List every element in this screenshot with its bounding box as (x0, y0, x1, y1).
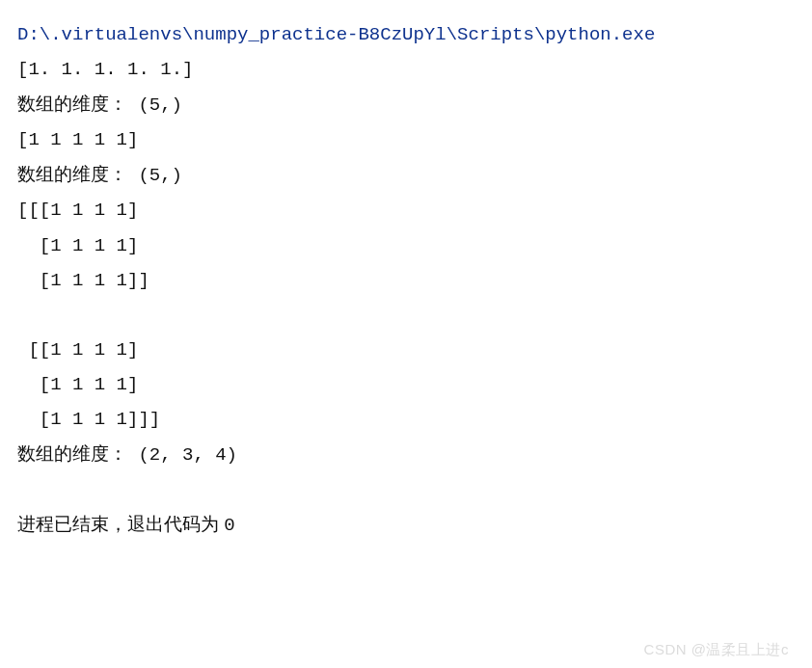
array-output-3-l3: [1 1 1 1]] (17, 263, 795, 298)
dimension-line-2: 数组的维度： (5,) (17, 157, 795, 193)
exit-message: 进程已结束，退出代码为 (17, 514, 224, 534)
blank-line (17, 298, 795, 333)
array-output-1: [1. 1. 1. 1. 1.] (17, 52, 795, 87)
dimension-value: (2, 3, 4) (127, 444, 237, 466)
exit-line: 进程已结束，退出代码为 0 (17, 507, 795, 543)
array-output-2: [1 1 1 1 1] (17, 122, 795, 157)
interpreter-path: D:\.virtualenvs\numpy_practice-B8CzUpYl\… (17, 17, 795, 52)
blank-line (17, 472, 795, 507)
dimension-value: (5,) (127, 94, 182, 116)
array-output-3-l5: [1 1 1 1] (17, 367, 795, 402)
dimension-label: 数组的维度： (17, 443, 127, 464)
exit-code: 0 (224, 515, 234, 536)
dimension-label: 数组的维度： (17, 94, 127, 114)
dimension-line-3: 数组的维度： (2, 3, 4) (17, 437, 795, 472)
dimension-label: 数组的维度： (17, 164, 127, 184)
array-output-3-l4: [[1 1 1 1] (17, 333, 795, 367)
array-output-3-l6: [1 1 1 1]]] (17, 402, 795, 437)
dimension-line-1: 数组的维度： (5,) (17, 87, 795, 122)
array-output-3-l1: [[[1 1 1 1] (17, 193, 795, 227)
array-output-3-l2: [1 1 1 1] (17, 228, 795, 263)
dimension-value: (5,) (127, 165, 182, 186)
